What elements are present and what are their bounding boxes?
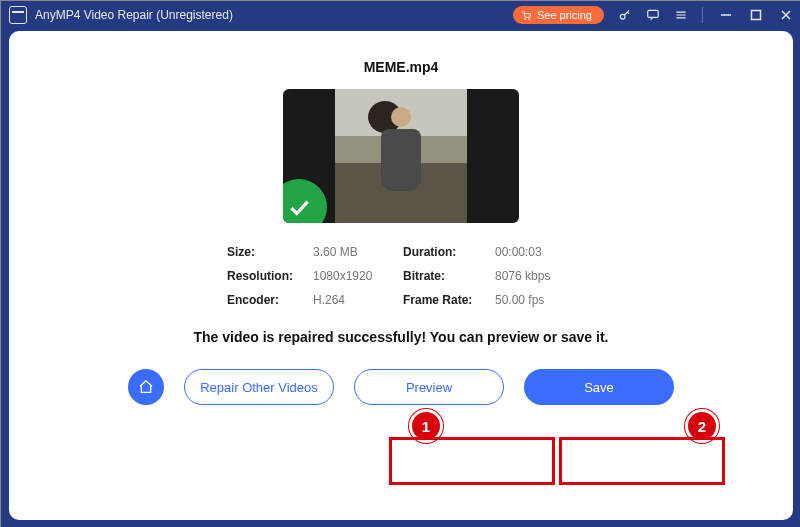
titlebar: AnyMP4 Video Repair (Unregistered) See p… — [1, 1, 800, 29]
preview-label: Preview — [406, 380, 452, 395]
meta-duration-value: 00:00:03 — [495, 245, 575, 259]
meta-bitrate-label: Bitrate: — [403, 269, 495, 283]
home-button[interactable] — [128, 369, 164, 405]
cart-icon — [521, 10, 532, 21]
metadata-grid: Size: 3.60 MB Duration: 00:00:03 Resolut… — [227, 245, 575, 307]
status-text: The video is repaired successfully! You … — [194, 329, 609, 345]
app-title: AnyMP4 Video Repair (Unregistered) — [35, 8, 233, 22]
repair-other-videos-button[interactable]: Repair Other Videos — [184, 369, 334, 405]
maximize-button[interactable] — [749, 8, 763, 22]
meta-framerate-value: 50.00 fps — [495, 293, 575, 307]
main-panel: MEME.mp4 Size: 3.60 MB Duration: 00:00:0… — [9, 31, 793, 520]
see-pricing-label: See pricing — [537, 9, 592, 21]
meta-duration-label: Duration: — [403, 245, 495, 259]
meta-encoder-value: H.264 — [313, 293, 403, 307]
preview-button[interactable]: Preview — [354, 369, 504, 405]
home-icon — [138, 379, 154, 395]
meta-bitrate-value: 8076 kbps — [495, 269, 575, 283]
menu-icon[interactable] — [674, 8, 688, 22]
svg-point-2 — [620, 14, 625, 19]
meta-size-value: 3.60 MB — [313, 245, 403, 259]
file-name: MEME.mp4 — [364, 59, 439, 75]
meta-encoder-label: Encoder: — [227, 293, 313, 307]
svg-point-1 — [529, 18, 530, 19]
save-button[interactable]: Save — [524, 369, 674, 405]
thumbnail-figure — [375, 107, 427, 207]
minimize-button[interactable] — [719, 8, 733, 22]
success-check-icon — [283, 179, 327, 223]
svg-rect-4 — [752, 11, 761, 20]
save-label: Save — [584, 380, 614, 395]
see-pricing-button[interactable]: See pricing — [513, 6, 604, 24]
feedback-icon[interactable] — [646, 8, 660, 22]
meta-size-label: Size: — [227, 245, 313, 259]
video-thumbnail — [283, 89, 519, 223]
key-icon[interactable] — [618, 8, 632, 22]
meta-resolution-value: 1080x1920 — [313, 269, 403, 283]
action-row: Repair Other Videos Preview Save — [128, 369, 674, 405]
app-logo-icon — [9, 6, 27, 24]
svg-point-0 — [525, 18, 526, 19]
meta-framerate-label: Frame Rate: — [403, 293, 495, 307]
repair-other-label: Repair Other Videos — [200, 380, 318, 395]
titlebar-divider — [702, 7, 703, 23]
thumbnail-frame — [335, 89, 467, 223]
close-button[interactable] — [779, 8, 793, 22]
meta-resolution-label: Resolution: — [227, 269, 313, 283]
